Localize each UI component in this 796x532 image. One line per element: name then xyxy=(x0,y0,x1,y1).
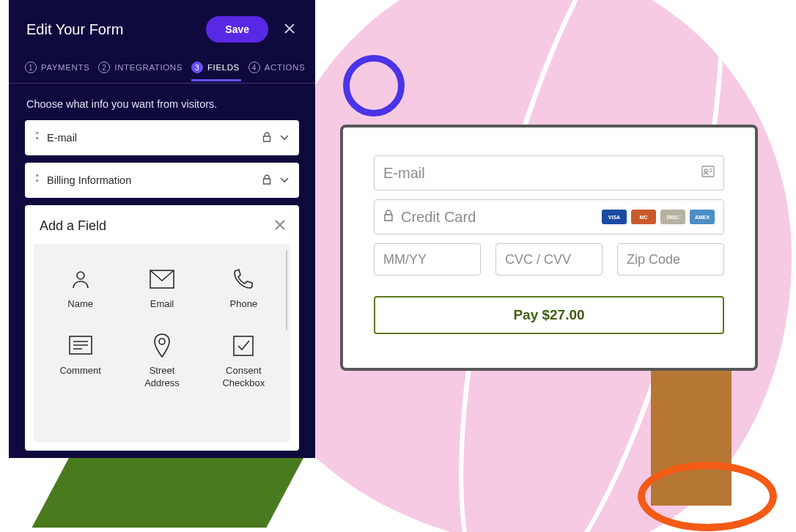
field-option-phone[interactable]: Phone xyxy=(203,263,284,312)
mastercard-badge: MC xyxy=(631,210,656,224)
editor-title: Edit Your Form xyxy=(26,21,206,38)
bg-green-diamond xyxy=(32,454,305,528)
amex-badge: AMEX xyxy=(690,210,715,224)
field-label: Billing Information xyxy=(47,174,262,186)
add-field-panel: Add a Field Name Email xyxy=(25,205,299,451)
phone-icon xyxy=(207,265,280,294)
lock-icon xyxy=(262,174,271,187)
field-label: E-mail xyxy=(47,132,262,144)
add-field-header: Add a Field xyxy=(25,205,299,244)
comment-icon xyxy=(44,331,117,361)
svg-point-6 xyxy=(159,339,165,344)
field-option-label: Name xyxy=(44,298,117,311)
tab-label: PAYMENTS xyxy=(41,63,89,72)
credit-card-input[interactable]: Credit Card VISA MC DISC AMEX xyxy=(374,199,724,234)
input-placeholder: Credit Card xyxy=(401,209,602,226)
field-row-email[interactable]: ˄˅ E-mail xyxy=(25,120,299,155)
card-brand-badges: VISA MC DISC AMEX xyxy=(602,210,715,224)
input-placeholder: E-mail xyxy=(383,165,701,182)
close-icon xyxy=(284,23,295,34)
tab-number: 1 xyxy=(25,62,37,73)
close-add-panel-button[interactable] xyxy=(274,219,286,234)
chevron-down-icon[interactable] xyxy=(280,133,289,143)
cvc-input[interactable]: CVC / CVV xyxy=(495,243,602,276)
tab-label: ACTIONS xyxy=(265,63,305,72)
pay-button[interactable]: Pay $27.00 xyxy=(374,296,724,334)
tab-fields[interactable]: 3 FIELDS xyxy=(191,59,240,81)
input-placeholder: MM/YY xyxy=(383,252,471,267)
field-option-address[interactable]: StreetAddress xyxy=(121,330,202,391)
tab-actions[interactable]: 4 ACTIONS xyxy=(248,59,305,81)
field-option-label: Comment xyxy=(44,365,117,377)
tab-number: 3 xyxy=(191,62,203,73)
checkbox-icon xyxy=(207,331,280,361)
chevron-down-icon[interactable] xyxy=(280,175,289,185)
bg-orange-ring xyxy=(638,462,777,531)
tab-payments[interactable]: 1 PAYMENTS xyxy=(25,59,89,81)
visa-badge: VISA xyxy=(602,210,627,224)
add-field-grid-wrap: Name Email Phone xyxy=(34,244,290,442)
editor-header: Edit Your Form Save xyxy=(9,0,315,59)
field-option-label: ConsentCheckbox xyxy=(207,365,280,390)
input-placeholder: Zip Code xyxy=(627,252,715,267)
expiry-input[interactable]: MM/YY xyxy=(374,243,481,276)
field-option-name[interactable]: Name xyxy=(40,263,121,312)
field-option-label: Email xyxy=(125,298,198,311)
svg-point-9 xyxy=(704,169,707,172)
tab-number: 2 xyxy=(98,62,110,73)
field-option-label: StreetAddress xyxy=(125,365,198,390)
close-icon xyxy=(274,219,286,231)
drag-handle-icon[interactable]: ˄˅ xyxy=(35,133,40,143)
discover-badge: DISC xyxy=(660,210,685,224)
user-icon xyxy=(44,265,117,294)
fields-instruction: Choose what info you want from visitors. xyxy=(9,84,315,120)
payment-form-preview: E-mail Credit Card VISA MC DISC AMEX MM/… xyxy=(340,125,758,371)
tab-number: 4 xyxy=(248,62,260,73)
save-button[interactable]: Save xyxy=(206,16,268,43)
editor-tabs: 1 PAYMENTS 2 INTEGRATIONS 3 FIELDS 4 ACT… xyxy=(9,59,315,84)
form-editor-panel: Edit Your Form Save 1 PAYMENTS 2 INTEGRA… xyxy=(9,0,315,458)
add-field-title: Add a Field xyxy=(40,218,274,234)
card-details-row: MM/YY CVC / CVV Zip Code xyxy=(374,243,724,276)
field-option-consent[interactable]: ConsentCheckbox xyxy=(203,330,284,391)
field-option-comment[interactable]: Comment xyxy=(40,330,121,391)
contact-card-icon xyxy=(701,166,715,180)
field-option-email[interactable]: Email xyxy=(121,263,202,312)
close-button[interactable] xyxy=(281,19,298,40)
tab-label: FIELDS xyxy=(207,63,240,72)
pin-icon xyxy=(125,331,198,361)
bg-blue-ring xyxy=(343,55,405,117)
email-input[interactable]: E-mail xyxy=(374,155,724,191)
add-field-grid: Name Email Phone xyxy=(40,263,284,391)
lock-icon xyxy=(262,132,271,144)
svg-point-0 xyxy=(77,272,84,279)
field-row-billing[interactable]: ˄˅ Billing Information xyxy=(25,163,299,198)
field-option-label: Phone xyxy=(207,298,280,311)
tab-label: INTEGRATIONS xyxy=(114,63,183,72)
svg-rect-7 xyxy=(234,336,253,355)
zip-input[interactable]: Zip Code xyxy=(617,243,724,276)
input-placeholder: CVC / CVV xyxy=(505,252,593,267)
drag-handle-icon[interactable]: ˄˅ xyxy=(35,176,40,185)
mail-icon xyxy=(125,265,198,294)
tab-integrations[interactable]: 2 INTEGRATIONS xyxy=(98,59,183,81)
lock-icon xyxy=(383,210,394,224)
